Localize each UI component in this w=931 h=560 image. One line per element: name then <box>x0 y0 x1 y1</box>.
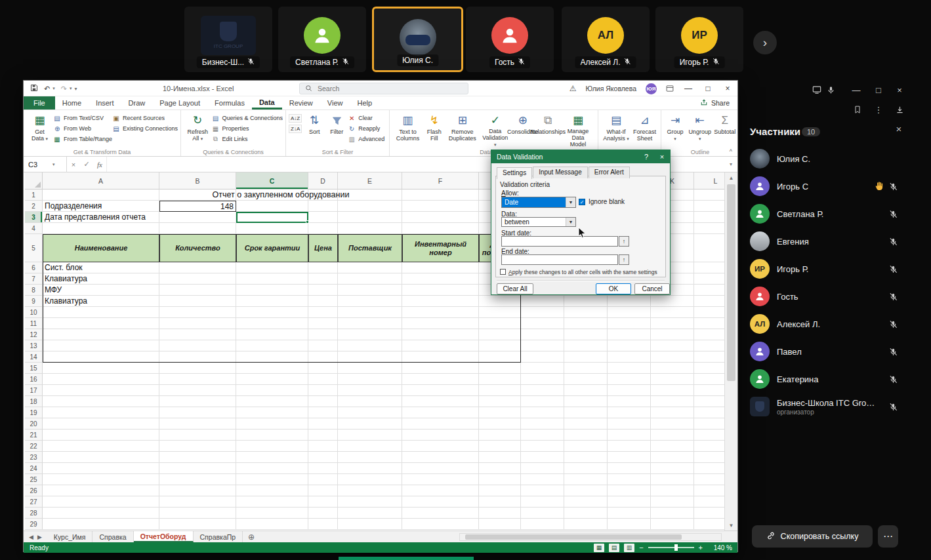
participant-row[interactable]: Павел <box>745 338 905 365</box>
row-header-22[interactable]: 22 <box>25 441 43 452</box>
share-button[interactable]: Share <box>692 96 737 110</box>
dialog-tab-settings[interactable]: Settings <box>497 167 532 179</box>
column-header-F[interactable]: F <box>402 172 479 190</box>
apply-changes-checkbox[interactable] <box>500 269 506 275</box>
text-to-columns-button[interactable]: ▥Text to Columns <box>392 112 423 149</box>
row-header-7[interactable]: 7 <box>25 273 43 285</box>
close-button[interactable]: × <box>893 83 906 96</box>
participant-row[interactable]: Евгения <box>745 228 905 255</box>
window-minimize-button[interactable]: — <box>678 81 698 96</box>
get-data-button[interactable]: ▦Get Data ▾ <box>26 112 53 149</box>
tab-draw[interactable]: Draw <box>121 96 153 110</box>
column-header-D[interactable]: D <box>308 172 338 190</box>
row-header-16[interactable]: 16 <box>25 374 43 385</box>
window-restore-button[interactable]: □ <box>698 81 718 96</box>
video-tile[interactable]: ITC GROUP Бизнес-Ш... <box>184 7 272 72</box>
participant-row[interactable]: Светлана Р. <box>745 200 905 228</box>
new-sheet-button[interactable]: ⊕ <box>243 531 260 542</box>
clear-filter-button[interactable]: ✕Clear <box>348 113 384 123</box>
sheet-tab[interactable]: Справка <box>93 531 133 542</box>
search-box[interactable] <box>299 83 468 94</box>
redo-dropdown-icon[interactable]: ▾ <box>70 86 72 91</box>
name-box-dropdown-icon[interactable]: ▾ <box>52 162 55 167</box>
row-header-6[interactable]: 6 <box>25 262 43 273</box>
row-header-29[interactable]: 29 <box>25 519 43 530</box>
collapse-dialog-button[interactable]: ↑ <box>619 236 629 247</box>
maximize-button[interactable]: □ <box>872 83 885 96</box>
selected-cell-c3[interactable] <box>236 212 308 223</box>
from-web-button[interactable]: ⊕From Web <box>53 124 112 133</box>
relationships-button[interactable]: ⧉Relationships <box>535 112 561 149</box>
copy-link-button[interactable]: Скопировать ссылку <box>752 525 873 548</box>
clear-all-button[interactable]: Clear All <box>497 283 533 294</box>
save-button[interactable] <box>30 84 38 93</box>
undo-button[interactable]: ↶ <box>44 85 50 93</box>
horizontal-scrollbar[interactable] <box>459 533 722 541</box>
dialog-help-button[interactable]: ? <box>638 150 654 163</box>
minimize-button[interactable]: — <box>850 83 863 96</box>
remove-duplicates-button[interactable]: ⊞Remove Duplicates <box>445 112 480 149</box>
row-header-18[interactable]: 18 <box>25 396 43 407</box>
column-header-E[interactable]: E <box>338 172 402 190</box>
select-all-corner[interactable] <box>25 172 43 190</box>
tab-formulas[interactable]: Formulas <box>207 96 252 110</box>
insert-function-button[interactable]: fx <box>93 161 106 169</box>
row-header-23[interactable]: 23 <box>25 452 43 463</box>
row-header-1[interactable]: 1 <box>25 190 43 201</box>
ignore-blank-checkbox[interactable]: ✓ <box>579 199 585 205</box>
row-header-5[interactable]: 5 <box>25 234 43 262</box>
zoom-level[interactable]: 140 % <box>707 544 732 551</box>
chevron-down-icon[interactable]: ▼ <box>566 218 575 226</box>
cancel-icon[interactable]: × <box>67 161 80 169</box>
group-button[interactable]: ⇥Group ▾ <box>664 112 686 149</box>
dialog-tab-error-alert[interactable]: Error Alert <box>589 167 630 178</box>
forecast-sheet-button[interactable]: ⊿Forecast Sheet <box>631 112 658 149</box>
undo-dropdown-icon[interactable]: ▾ <box>52 86 55 91</box>
account-avatar[interactable]: ЮЯ <box>641 81 661 96</box>
row-header-8[interactable]: 8 <box>25 285 43 296</box>
customize-qat-button[interactable]: ▾ <box>74 86 77 92</box>
sheet-tab[interactable]: СправкаПр <box>194 531 243 542</box>
tab-review[interactable]: Review <box>282 96 320 110</box>
what-if-analysis-button[interactable]: ▤What-If Analysis ▾ <box>601 112 631 149</box>
row-header-19[interactable]: 19 <box>25 407 43 418</box>
reapply-button[interactable]: ↻Reapply <box>348 124 384 133</box>
more-options-button[interactable]: ⋮ <box>872 103 885 116</box>
sort-button[interactable]: ⇅Sort <box>303 112 325 149</box>
participant-row[interactable]: АЛ Алексей Л. <box>745 310 905 338</box>
dialog-close-button[interactable]: × <box>654 150 670 163</box>
flash-fill-button[interactable]: ↯Flash Fill <box>423 112 445 149</box>
row-header-11[interactable]: 11 <box>25 318 43 329</box>
row-header-3[interactable]: 3 <box>25 212 43 223</box>
tab-file[interactable]: File <box>24 96 55 110</box>
video-tile[interactable]: АЛ Алексей Л. <box>562 7 650 72</box>
row-header-15[interactable]: 15 <box>25 363 43 374</box>
participant-row-organizer[interactable]: Бизнес-Школа ITC Group организатор <box>745 393 905 420</box>
tab-home[interactable]: Home <box>55 96 89 110</box>
queries-connections-button[interactable]: ▤Queries & Connections <box>211 113 283 123</box>
row-header-2[interactable]: 2 <box>25 201 43 212</box>
table-header-cell[interactable]: Срок гарантии <box>236 234 308 262</box>
table-header-cell[interactable]: Инвентарный номер <box>402 234 479 262</box>
row-header-14[interactable]: 14 <box>25 351 43 363</box>
column-header-L[interactable]: L <box>694 172 724 190</box>
row-header-28[interactable]: 28 <box>25 508 43 519</box>
cell-a6[interactable]: Сист. блок <box>43 262 159 273</box>
row-header-10[interactable]: 10 <box>25 307 43 318</box>
picture-icon[interactable] <box>810 83 823 96</box>
row-header-4[interactable]: 4 <box>25 223 43 234</box>
redo-button[interactable]: ↷ <box>61 85 67 93</box>
download-button[interactable] <box>893 103 906 116</box>
chevron-down-icon[interactable]: ▼ <box>566 197 575 207</box>
zoom-slider-thumb[interactable] <box>674 544 678 551</box>
row-header-27[interactable]: 27 <box>25 496 43 508</box>
search-input[interactable] <box>316 84 447 93</box>
from-text-csv-button[interactable]: ▤From Text/CSV <box>53 113 112 123</box>
sort-descending-button[interactable]: Z↓A <box>289 125 302 133</box>
sheet-nav-prev-icon[interactable]: ◀ <box>29 534 33 540</box>
expand-formula-bar-icon[interactable]: ▾ <box>724 161 737 167</box>
participant-row[interactable]: Гость <box>745 283 905 310</box>
fill-handle[interactable] <box>306 220 309 224</box>
page-break-view-button[interactable]: ▥ <box>624 544 634 552</box>
zoom-slider[interactable] <box>648 547 694 548</box>
